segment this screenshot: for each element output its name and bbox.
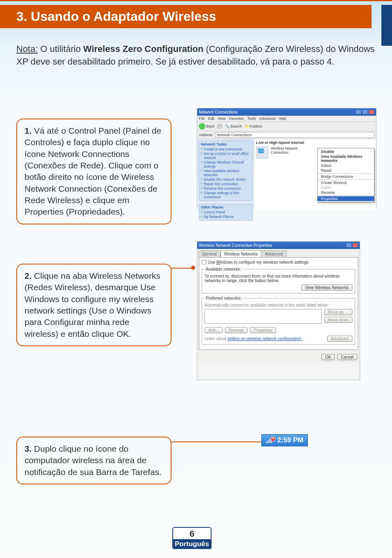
ctx-properties: Properties: [318, 196, 374, 201]
tab-general: General: [198, 251, 220, 257]
ctx-delete: Delete: [318, 185, 374, 190]
address-field: Network Connections: [215, 132, 374, 138]
preferred-networks-group: Preferred networks: Automatically connec…: [202, 296, 355, 345]
step-3-text: Duplo clique no ícone do computador wire…: [24, 444, 162, 477]
task-item: Change settings of this connection: [201, 191, 251, 199]
use-windows-checkbox: Use Windows to configure my wireless net…: [202, 260, 355, 264]
menu-view: View: [218, 117, 225, 121]
avail-legend: Available networks:: [205, 267, 242, 271]
tab-wireless-networks: Wireless Networks: [220, 251, 262, 257]
connector-line: [172, 268, 192, 269]
step-2-box: 2. Clique na aba Wireless Networks (Rede…: [16, 264, 172, 346]
address-bar: Address Network Connections: [197, 131, 376, 139]
view-networks-button: View Wireless Networks: [301, 285, 352, 291]
task-item: Set up a home or small office network: [201, 152, 251, 160]
address-value: Network Connections: [217, 133, 252, 137]
step-1-box: 1. Vá até o Control Panel (Painel de Con…: [16, 119, 172, 224]
section-title: 3. Usando o Adaptador Wireless: [0, 5, 372, 28]
tab-strip: General Wireless Networks Advanced: [197, 249, 360, 257]
step-3-num: 3.: [24, 444, 32, 453]
system-tray: 2:59 PM: [261, 434, 308, 446]
tab-advanced: Advanced: [261, 251, 286, 257]
toolbar: Back 🔍Search 📁Folders: [197, 122, 376, 131]
wzc-name: Wireless Zero Configuration: [83, 44, 203, 54]
task-item: Rename this connection: [201, 186, 251, 190]
learn-text: Learn about setting up wireless network …: [205, 336, 302, 341]
ctx-shortcut: Create Shortcut: [318, 180, 374, 185]
side-tab: [381, 5, 392, 46]
menu-file: File: [199, 117, 205, 121]
step-2-text: Clique na aba Wireless Networks (Redes W…: [24, 271, 160, 338]
add-button: Add...: [205, 327, 223, 333]
pref-text: Automatically connect to available netwo…: [205, 303, 352, 307]
task-item: Create a new connection: [201, 147, 251, 151]
connector-dot: [191, 266, 195, 270]
task-item: Change Windows Firewall settings: [201, 160, 251, 168]
close-icon: [369, 110, 374, 114]
window-titlebar: Network Connections: [197, 108, 376, 116]
tasks-header: Network Tasks: [201, 142, 251, 146]
other-item: Control Panel: [201, 210, 251, 214]
advanced-button: Advanced: [327, 336, 352, 342]
ctx-disable: Disable: [318, 149, 374, 154]
movedown-button: Move down: [324, 317, 352, 323]
other-item: My Network Places: [201, 215, 251, 219]
tray-clock: 2:59 PM: [277, 436, 303, 444]
step-3-box: 3. Duplo clique no ícone do computador w…: [16, 437, 172, 484]
screenshot-wireless-props: Wireless Network Connection Properties G…: [197, 241, 360, 380]
step-2-num: 2.: [24, 271, 32, 280]
back-icon: [199, 123, 205, 130]
intro-text-a: O utilitário: [38, 44, 83, 54]
search-label: Search: [230, 124, 242, 128]
fwd-icon: [217, 123, 223, 129]
max-icon: [362, 110, 368, 114]
menu-fav: Favorites: [229, 117, 244, 121]
main-pane: LAN or High-Speed Internet Wireless Netw…: [254, 139, 376, 211]
ctx-status: Status: [318, 163, 374, 168]
menu-adv: Advanced: [259, 117, 275, 121]
close-icon: [352, 243, 358, 248]
disconnected-badge-icon: [271, 437, 276, 441]
back-label: Back: [206, 124, 214, 128]
task-item: Disable this network device: [201, 177, 251, 182]
group-header: LAN or High-Speed Internet: [256, 141, 374, 145]
preferred-listbox: [205, 309, 322, 324]
wireless-connection-icon: [256, 146, 268, 159]
address-label: Address: [199, 133, 212, 137]
menubar: File Edit View Favorites Tools Advanced …: [197, 116, 376, 122]
task-item: View available wireless networks: [201, 169, 251, 177]
screenshot-network-connections: Network Connections File Edit View Favor…: [197, 108, 376, 208]
remove-button: Remove: [225, 327, 247, 333]
task-item: Repair this connection: [201, 182, 251, 186]
available-networks-group: Available networks: To connect to, disco…: [202, 267, 355, 294]
page-language: Português: [172, 539, 212, 549]
ok-button: OK: [321, 354, 334, 360]
ctx-view: View Available Wireless Networks: [318, 154, 374, 163]
step-1-text: Vá até o Control Panel (Painel de Contro…: [24, 126, 161, 216]
other-header: Other Places: [201, 205, 251, 209]
folders-icon: 📁: [245, 124, 249, 128]
avail-text: To connect to, disconnect from, or find …: [205, 274, 352, 283]
connector-line-3: [172, 441, 270, 442]
search-icon: 🔍: [225, 124, 229, 128]
connection-label: Wireless Network Connection: [271, 146, 307, 155]
menu-tools: Tools: [247, 117, 256, 121]
window-title: Wireless Network Connection Properties: [199, 243, 272, 248]
folders-label: Folders: [250, 124, 262, 128]
window-titlebar: Wireless Network Connection Properties: [197, 242, 360, 249]
ctx-bridge: Bridge Connections: [318, 174, 374, 179]
menu-help: Help: [278, 117, 286, 121]
help-icon: [346, 243, 352, 248]
top-stripe: [0, 0, 392, 1]
ctx-rename: Rename: [318, 190, 374, 195]
ctx-repair: Repair: [318, 168, 374, 173]
context-menu: Disable View Available Wireless Networks…: [317, 148, 374, 202]
step-1-num: 1.: [24, 126, 32, 135]
page-footer: 6 Português: [172, 527, 212, 549]
page-number: 6: [172, 527, 212, 541]
checkbox-input: [202, 260, 206, 264]
window-title: Network Connections: [199, 110, 238, 114]
pref-legend: Preferred networks:: [205, 296, 243, 300]
cancel-button: Cancel: [337, 354, 357, 360]
min-icon: [356, 110, 361, 114]
